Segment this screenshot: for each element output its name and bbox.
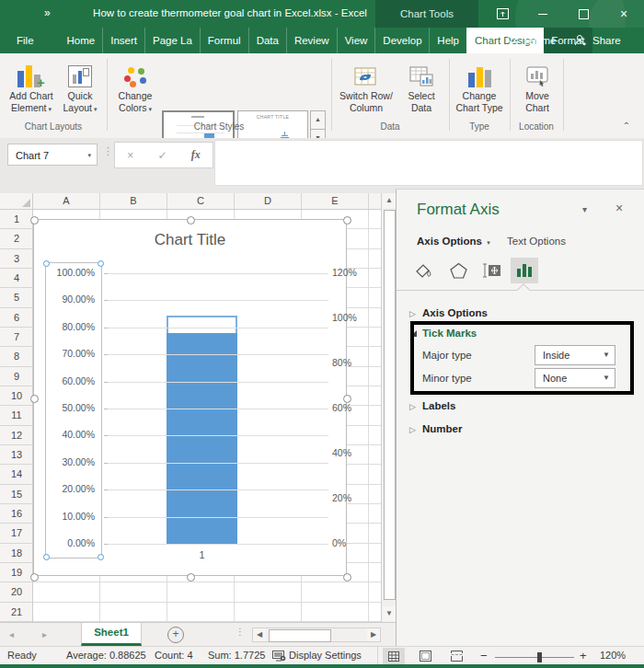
pane-options-caret-icon[interactable]: ▾ [582, 204, 587, 214]
insert-function-icon[interactable]: fx [191, 148, 201, 162]
section-labels[interactable]: Labels [422, 400, 455, 411]
row-header-20[interactable]: 20 [0, 582, 33, 602]
chart-resize-handle[interactable] [30, 395, 39, 403]
axis-selection-handle[interactable] [43, 554, 50, 560]
tab-view[interactable]: View [337, 28, 375, 53]
target-outline-bar[interactable] [167, 316, 237, 335]
row-header-16[interactable]: 16 [0, 504, 33, 524]
formula-input[interactable] [214, 140, 643, 186]
fill-line-icon-tab[interactable] [409, 258, 437, 283]
quick-layout-button[interactable]: Quick Layout▾ [57, 58, 103, 115]
close-button[interactable]: × [604, 0, 644, 28]
tell-me-tab[interactable]: Tell me [493, 28, 556, 53]
scroll-down-arrow[interactable]: ▼ [383, 606, 396, 621]
chart-resize-handle[interactable] [187, 573, 195, 582]
tab-insert[interactable]: Insert [102, 28, 144, 53]
tab-review[interactable]: Review [286, 28, 337, 53]
tab-text-options[interactable]: Text Options [507, 236, 566, 247]
row-header-13[interactable]: 13 [0, 445, 33, 465]
row-header-15[interactable]: 15 [0, 485, 33, 504]
chart-title[interactable]: Chart Title [34, 231, 346, 249]
normal-view-button[interactable] [383, 648, 405, 664]
minor-type-dropdown[interactable]: None▼ [535, 368, 615, 388]
zoom-out-button[interactable]: − [480, 649, 488, 662]
switch-row-column-button[interactable]: Switch Row/ Column [337, 58, 396, 114]
sheet-tab-sheet1[interactable]: Sheet1 [81, 623, 142, 646]
maximize-button[interactable] [563, 0, 604, 28]
row-header-21[interactable]: 21 [0, 603, 33, 622]
achieved-bar[interactable] [167, 333, 237, 544]
pane-close-icon[interactable]: × [615, 201, 623, 215]
row-header-9[interactable]: 9 [0, 367, 33, 386]
quick-access-overflow-icon[interactable]: » [44, 6, 49, 19]
row-header-6[interactable]: 6 [0, 308, 33, 328]
formula-bar-grip-icon[interactable]: ⋮ [103, 145, 113, 157]
row-header-11[interactable]: 11 [0, 406, 33, 425]
column-header-B[interactable]: B [100, 193, 167, 210]
horizontal-scrollbar[interactable]: ◀ ▶ [252, 628, 381, 642]
display-settings-label[interactable]: Display Settings [289, 650, 362, 661]
row-header-5[interactable]: 5 [0, 288, 33, 307]
add-chart-element-button[interactable]: + Add Chart Element▾ [6, 58, 57, 115]
row-header-14[interactable]: 14 [0, 465, 33, 484]
vertical-scroll-thumb[interactable] [384, 210, 396, 600]
tab-data[interactable]: Data [248, 28, 286, 53]
major-type-dropdown[interactable]: Inside▼ [535, 345, 615, 365]
minimize-button[interactable] [523, 0, 563, 28]
vertical-scrollbar[interactable]: ▲ ▼ [381, 193, 396, 622]
row-header-8[interactable]: 8 [0, 347, 33, 366]
enter-icon[interactable]: ✓ [157, 149, 167, 162]
zoom-slider-track[interactable] [495, 657, 574, 658]
horizontal-scroll-thumb[interactable] [269, 629, 331, 642]
chart-resize-handle[interactable] [343, 573, 351, 582]
row-header-17[interactable]: 17 [0, 524, 33, 543]
column-header-C[interactable]: C [167, 193, 235, 210]
change-colors-button[interactable]: Change Colors▾ [110, 58, 160, 115]
axis-selection-handle[interactable] [98, 554, 104, 560]
chart-object[interactable]: Chart Title 1 100.00%90.00%80.00%70.00%6… [33, 219, 347, 576]
collapse-triangle-icon[interactable] [410, 330, 417, 337]
ribbon-display-options-button[interactable] [482, 0, 523, 28]
column-header-A[interactable]: A [33, 193, 100, 210]
name-box[interactable]: Chart 7▾ [7, 144, 98, 166]
tab-home[interactable]: Home [60, 28, 103, 53]
share-button[interactable]: Share [574, 28, 621, 53]
tab-help[interactable]: Help [429, 28, 466, 53]
column-header-E[interactable]: E [302, 193, 369, 210]
column-header-D[interactable]: D [235, 193, 302, 210]
row-header-3[interactable]: 3 [0, 249, 33, 269]
row-header-1[interactable]: 1 [0, 210, 33, 229]
section-tick-marks[interactable]: Tick Marks [422, 328, 477, 339]
scroll-left-arrow[interactable]: ◀ [253, 628, 266, 641]
tab-axis-options[interactable]: Axis Options ▾ [417, 236, 490, 247]
tab-bar-grip-icon[interactable]: ⋮ [236, 627, 245, 637]
effects-icon-tab[interactable] [444, 258, 472, 283]
row-header-12[interactable]: 12 [0, 426, 33, 445]
collapse-ribbon-button[interactable]: ˆ [618, 123, 635, 136]
chart-resize-handle[interactable] [30, 573, 39, 582]
size-properties-icon-tab[interactable] [477, 258, 505, 283]
new-sheet-button[interactable]: + [167, 627, 184, 643]
axis-selection-handle[interactable] [98, 260, 104, 267]
expand-triangle-icon[interactable]: ▷ [409, 309, 416, 318]
row-header-10[interactable]: 10 [0, 386, 33, 406]
axis-options-icon-tab[interactable] [511, 258, 538, 283]
row-header-19[interactable]: 19 [0, 563, 33, 582]
page-layout-view-button[interactable] [414, 648, 436, 664]
row-header-2[interactable]: 2 [0, 229, 33, 248]
sheet-nav-right-icon[interactable]: ▸ [42, 629, 47, 639]
scroll-right-arrow[interactable]: ▶ [367, 628, 380, 641]
select-data-button[interactable]: Select Data [397, 58, 445, 114]
tab-file[interactable]: File [6, 28, 45, 53]
tab-page-la[interactable]: Page La [144, 28, 200, 53]
scroll-up-arrow[interactable]: ▲ [383, 193, 396, 208]
tab-develop[interactable]: Develop [374, 28, 429, 53]
cancel-icon[interactable]: × [127, 149, 133, 162]
tab-formul[interactable]: Formul [200, 28, 248, 53]
chart-resize-handle[interactable] [30, 216, 39, 225]
row-header-18[interactable]: 18 [0, 544, 33, 563]
zoom-level[interactable]: 120% [600, 650, 626, 661]
sheet-nav-left-icon[interactable]: ◂ [9, 629, 14, 639]
row-header-4[interactable]: 4 [0, 269, 33, 288]
page-break-view-button[interactable] [445, 648, 467, 664]
